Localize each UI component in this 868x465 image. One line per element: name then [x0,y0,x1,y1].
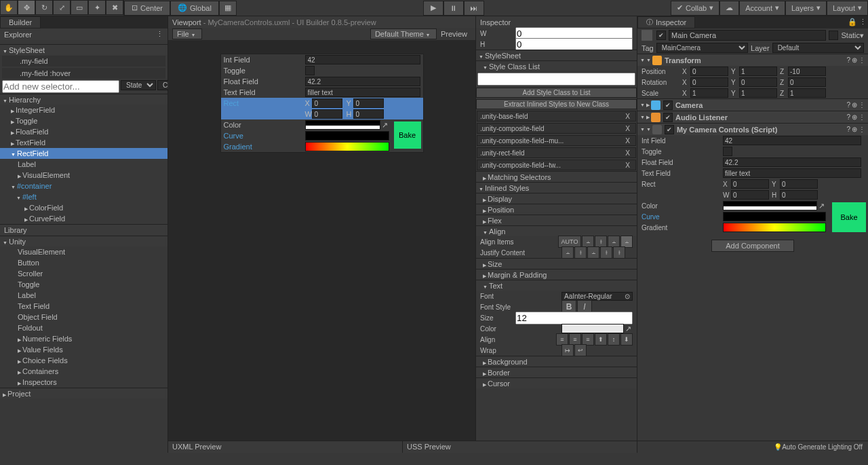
script-color-swatch[interactable] [723,201,817,210]
pause-button[interactable]: ⏸ [443,1,464,16]
text-section[interactable]: Text [476,280,637,291]
lib-value[interactable]: Value Fields [0,344,167,355]
layers-dropdown[interactable]: Layers ▾ [785,1,827,16]
selector-myfield[interactable]: .my-field [2,56,165,67]
class-unity-comp[interactable]: .unity-composite-fieldX [477,123,636,134]
font-size-input[interactable] [515,312,633,324]
toggle-checkbox[interactable] [305,66,315,75]
theme-dropdown[interactable]: Default Theme [370,29,437,39]
gradient-swatch[interactable] [305,142,389,151]
tree-left[interactable]: #left [0,191,167,202]
pos-y[interactable] [739,67,777,76]
add-style-class-button[interactable]: Add Style Class to List [476,88,637,98]
go-active-checkbox[interactable]: ✔ [656,31,666,40]
size-section[interactable]: Size [476,258,637,269]
flex-section[interactable]: Flex [476,215,637,225]
custom-tool[interactable]: ✖ [106,0,123,15]
scale-tool[interactable]: ⤢ [53,0,71,15]
snap-toggle[interactable]: ▦ [219,1,237,16]
close-icon[interactable]: X [623,113,633,120]
rect-h-input[interactable] [353,109,384,119]
file-menu[interactable]: File [172,29,202,39]
account-dropdown[interactable]: Account ▾ [739,1,785,16]
close-icon[interactable]: X [623,125,633,132]
tree-integerfield[interactable]: IntegerField [0,105,167,115]
audio-listener-header[interactable]: ▶✔Audio Listener?⊕⋮ [637,111,868,123]
float-field-input[interactable] [305,77,420,86]
rotate-tool[interactable]: ↻ [35,0,53,15]
tree-rectfield[interactable]: RectField [0,148,167,159]
uxml-preview-tab[interactable]: UXML Preview [168,441,403,453]
go-inspector-tab[interactable]: Inspector [637,16,695,29]
matching-selectors-section[interactable]: Matching Selectors [476,171,637,182]
transform-tool[interactable]: ✦ [88,0,106,15]
tree-container[interactable]: #container [0,181,167,191]
text-top-button[interactable]: ⬆ [595,333,607,346]
class-unity-base[interactable]: .unity-base-fieldX [477,111,636,122]
lib-toggle[interactable]: Toggle [0,279,167,290]
uss-preview-tab[interactable]: USS Preview [403,441,637,453]
lib-foldout[interactable]: Foldout [0,322,167,333]
hand-tool[interactable]: ✋ [0,0,18,15]
lib-visualelement[interactable]: VisualElement [0,246,167,257]
justify-end-button[interactable]: ⫠ [587,246,599,259]
insp-h-input[interactable] [515,38,633,51]
text-field-input[interactable] [305,88,420,97]
color-swatch[interactable] [305,120,380,130]
rot-y[interactable] [739,77,777,87]
camera-header[interactable]: ▶✔Camera?⊕⋮ [637,98,868,111]
lib-button[interactable]: Button [0,257,167,268]
close-icon[interactable]: X [623,149,633,157]
preview-button[interactable]: Preview [437,30,471,38]
bake-button[interactable]: Bake [394,122,421,149]
script-bake-button[interactable]: Bake [832,202,866,232]
rot-x[interactable] [690,77,728,87]
lib-containers[interactable]: Containers [0,366,167,377]
justify-around-button[interactable]: ⫲ [613,246,625,259]
preset-icon[interactable]: ⊕ [852,56,857,64]
script-header[interactable]: ▼✔My Camera Controls (Script)?⊕⋮ [637,123,868,135]
lib-label[interactable]: Label [0,290,167,301]
tree-visualelement[interactable]: VisualElement [0,170,167,181]
tree-rect-label[interactable]: Label [0,159,167,170]
background-section[interactable]: Background [476,356,637,367]
close-icon[interactable]: X [623,137,633,145]
script-curve-field[interactable] [723,212,826,221]
hierarchy-section[interactable]: Hierarchy [0,94,167,105]
rect-x-input[interactable] [312,98,342,108]
cursor-section[interactable]: Cursor [476,377,637,388]
move-tool[interactable]: ✥ [18,0,35,15]
pos-x[interactable] [690,67,728,76]
script-toggle[interactable] [723,147,732,156]
close-icon[interactable]: X [623,162,633,169]
add-component-button[interactable]: Add Component [711,240,794,252]
script-gradient-swatch[interactable] [723,223,826,232]
new-selector-input[interactable] [2,80,119,93]
pos-z[interactable] [788,67,826,76]
tree-textfield[interactable]: TextField [0,137,167,148]
font-object-field[interactable]: Aa Inter-Regular⊙ [561,292,633,301]
library-unity-section[interactable]: Unity [0,236,167,246]
text-color-field[interactable] [561,324,624,333]
scale-y[interactable] [739,88,777,98]
step-button[interactable]: ⏭ [464,1,484,16]
rect-y-input[interactable] [353,98,384,108]
class-unity-rect[interactable]: .unity-rect-fieldX [477,147,636,158]
play-button[interactable]: ▶ [423,1,443,16]
builder-tab[interactable]: Builder [0,16,41,29]
tree-curvefield[interactable]: CurveField [0,213,167,224]
transform-header[interactable]: ▼Transform?⊕⋮ [637,54,868,66]
extract-styles-button[interactable]: Extract Inlined Styles to New Class [476,99,637,109]
help-icon[interactable]: ? [846,56,850,64]
script-int-input[interactable] [723,136,861,145]
lib-textfield[interactable]: Text Field [0,301,167,312]
cloud-button[interactable]: ☁ [719,1,739,16]
rect-tool[interactable]: ▭ [71,0,88,15]
menu-icon[interactable]: ⋮ [859,56,865,64]
text-mid-button[interactable]: ↕ [608,333,620,346]
wrap-on-button[interactable]: ↩ [574,344,587,356]
lib-inspectors[interactable]: Inspectors [0,377,167,388]
int-field-input[interactable] [305,55,420,64]
library-project-section[interactable]: Project [0,388,167,398]
justify-start-button[interactable]: ⫠ [561,246,574,259]
